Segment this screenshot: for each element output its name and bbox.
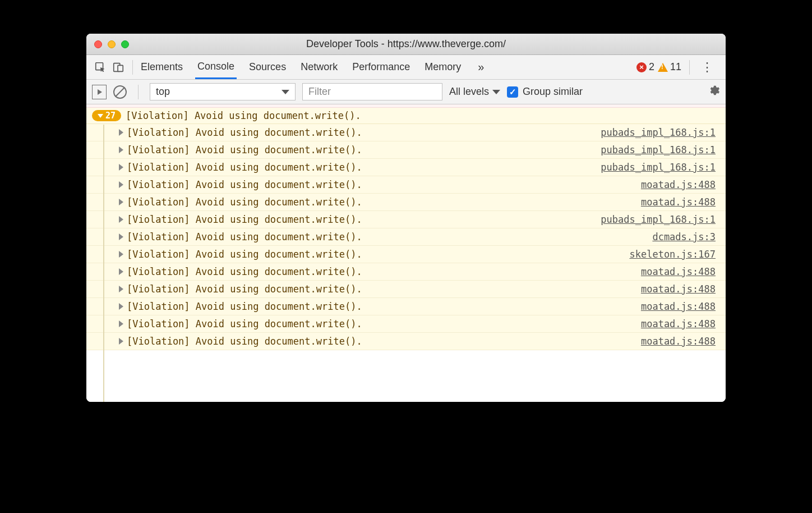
console-log-row: [Violation] Avoid using document.write()… bbox=[86, 263, 726, 281]
log-source-link[interactable]: moatad.js:488 bbox=[641, 336, 720, 347]
log-message: [Violation] Avoid using document.write()… bbox=[127, 283, 638, 295]
settings-menu-button[interactable]: ⋮ bbox=[698, 60, 717, 75]
expand-caret-icon[interactable] bbox=[119, 268, 123, 275]
tab-memory[interactable]: Memory bbox=[422, 56, 463, 78]
devtools-tabbar: Elements Console Sources Network Perform… bbox=[86, 55, 726, 80]
log-message: [Violation] Avoid using document.write()… bbox=[127, 162, 597, 173]
console-log-row: [Violation] Avoid using document.write()… bbox=[86, 315, 726, 333]
log-message: [Violation] Avoid using document.write()… bbox=[127, 249, 626, 260]
tab-sources[interactable]: Sources bbox=[247, 56, 288, 78]
warning-count[interactable]: 11 bbox=[658, 61, 681, 73]
error-count-value: 2 bbox=[649, 61, 654, 73]
log-source-link[interactable]: moatad.js:488 bbox=[641, 318, 720, 329]
panel-tabs: Elements Console Sources Network Perform… bbox=[139, 56, 635, 79]
log-message: [Violation] Avoid using document.write()… bbox=[127, 301, 638, 312]
device-toolbar-icon[interactable] bbox=[110, 59, 127, 76]
log-message: [Violation] Avoid using document.write()… bbox=[127, 179, 638, 190]
expand-caret-icon[interactable] bbox=[119, 233, 123, 240]
console-log-row: [Violation] Avoid using document.write()… bbox=[86, 211, 726, 228]
log-message: [Violation] Avoid using document.write()… bbox=[127, 318, 638, 329]
log-level-selector[interactable]: All levels bbox=[449, 86, 500, 98]
log-source-link[interactable]: moatad.js:488 bbox=[641, 301, 720, 312]
warning-icon bbox=[658, 63, 668, 72]
log-source-link[interactable]: pubads_impl_168.js:1 bbox=[601, 162, 720, 173]
log-source-link[interactable]: dcmads.js:3 bbox=[652, 231, 720, 242]
tabbar-status: × 2 11 ⋮ bbox=[636, 60, 720, 75]
svg-rect-2 bbox=[118, 65, 123, 71]
tab-network[interactable]: Network bbox=[298, 56, 340, 78]
expand-caret-icon[interactable] bbox=[119, 303, 123, 310]
log-message: [Violation] Avoid using document.write()… bbox=[127, 231, 649, 242]
console-log-row: [Violation] Avoid using document.write()… bbox=[86, 176, 726, 194]
log-source-link[interactable]: pubads_impl_168.js:1 bbox=[601, 144, 720, 155]
divider bbox=[138, 85, 139, 99]
divider bbox=[689, 60, 690, 75]
console-log-row: [Violation] Avoid using document.write()… bbox=[86, 124, 726, 141]
log-group-header[interactable]: 27 [Violation] Avoid using document.writ… bbox=[86, 108, 726, 124]
divider bbox=[132, 60, 133, 75]
context-selector-value: top bbox=[156, 86, 170, 98]
traffic-lights bbox=[86, 40, 129, 48]
expand-caret-icon[interactable] bbox=[119, 199, 123, 205]
expand-caret-icon[interactable] bbox=[119, 146, 123, 153]
console-log-row: [Violation] Avoid using document.write()… bbox=[86, 141, 726, 159]
log-source-link[interactable]: moatad.js:488 bbox=[641, 196, 720, 208]
group-similar-checkbox[interactable]: Group similar bbox=[507, 86, 583, 98]
log-source-link[interactable]: moatad.js:488 bbox=[641, 266, 720, 277]
group-message: [Violation] Avoid using document.write()… bbox=[126, 110, 361, 121]
window-title: Developer Tools - https://www.theverge.c… bbox=[86, 38, 726, 50]
expand-caret-icon[interactable] bbox=[119, 286, 123, 292]
console-sidebar-toggle[interactable] bbox=[92, 85, 107, 99]
clear-console-button[interactable] bbox=[113, 85, 127, 99]
expand-caret-icon[interactable] bbox=[119, 164, 123, 171]
log-source-link[interactable]: moatad.js:488 bbox=[641, 283, 720, 295]
checkbox-checked-icon bbox=[507, 86, 518, 98]
error-count[interactable]: × 2 bbox=[636, 61, 654, 73]
chevron-down-icon bbox=[492, 90, 500, 94]
log-message: [Violation] Avoid using document.write()… bbox=[127, 144, 597, 155]
more-tabs-button[interactable]: » bbox=[473, 61, 488, 74]
log-message: [Violation] Avoid using document.write()… bbox=[127, 266, 638, 277]
expand-caret-icon[interactable] bbox=[119, 338, 123, 345]
inspect-element-icon[interactable] bbox=[92, 59, 109, 76]
expand-caret-icon[interactable] bbox=[119, 251, 123, 258]
console-log-row: [Violation] Avoid using document.write()… bbox=[86, 298, 726, 315]
tab-performance[interactable]: Performance bbox=[350, 56, 412, 78]
log-source-link[interactable]: pubads_impl_168.js:1 bbox=[601, 127, 720, 138]
tab-console[interactable]: Console bbox=[195, 56, 237, 79]
warning-count-value: 11 bbox=[670, 61, 681, 73]
chevron-down-icon bbox=[282, 90, 289, 94]
group-count-pill: 27 bbox=[92, 110, 121, 121]
log-source-link[interactable]: pubads_impl_168.js:1 bbox=[601, 214, 720, 225]
expand-caret-icon[interactable] bbox=[119, 216, 123, 223]
console-output: 27 [Violation] Avoid using document.writ… bbox=[86, 104, 726, 402]
console-toolbar: top All levels Group similar bbox=[86, 80, 726, 104]
console-log-row: [Violation] Avoid using document.write()… bbox=[86, 246, 726, 263]
caret-down-icon bbox=[98, 114, 103, 118]
console-log-row: [Violation] Avoid using document.write()… bbox=[86, 333, 726, 350]
window-minimize-button[interactable] bbox=[108, 40, 116, 48]
expand-caret-icon[interactable] bbox=[119, 129, 123, 136]
devtools-window: Developer Tools - https://www.theverge.c… bbox=[86, 34, 726, 402]
log-message: [Violation] Avoid using document.write()… bbox=[127, 196, 638, 208]
console-log-row: [Violation] Avoid using document.write()… bbox=[86, 159, 726, 176]
expand-caret-icon[interactable] bbox=[119, 320, 123, 327]
error-icon: × bbox=[636, 62, 647, 72]
log-message: [Violation] Avoid using document.write()… bbox=[127, 336, 638, 347]
group-count-value: 27 bbox=[105, 111, 116, 121]
log-source-link[interactable]: moatad.js:488 bbox=[641, 179, 720, 190]
expand-caret-icon[interactable] bbox=[119, 181, 123, 188]
group-similar-label: Group similar bbox=[523, 86, 583, 98]
filter-input[interactable] bbox=[302, 83, 442, 100]
titlebar: Developer Tools - https://www.theverge.c… bbox=[86, 34, 726, 55]
window-maximize-button[interactable] bbox=[121, 40, 129, 48]
log-message: [Violation] Avoid using document.write()… bbox=[127, 214, 597, 225]
tab-elements[interactable]: Elements bbox=[139, 56, 185, 78]
console-log-row: [Violation] Avoid using document.write()… bbox=[86, 194, 726, 211]
window-close-button[interactable] bbox=[94, 40, 102, 48]
log-message: [Violation] Avoid using document.write()… bbox=[127, 127, 597, 138]
console-log-row: [Violation] Avoid using document.write()… bbox=[86, 281, 726, 298]
context-selector[interactable]: top bbox=[150, 83, 296, 100]
console-settings-button[interactable] bbox=[708, 84, 720, 100]
log-source-link[interactable]: skeleton.js:167 bbox=[629, 249, 720, 260]
